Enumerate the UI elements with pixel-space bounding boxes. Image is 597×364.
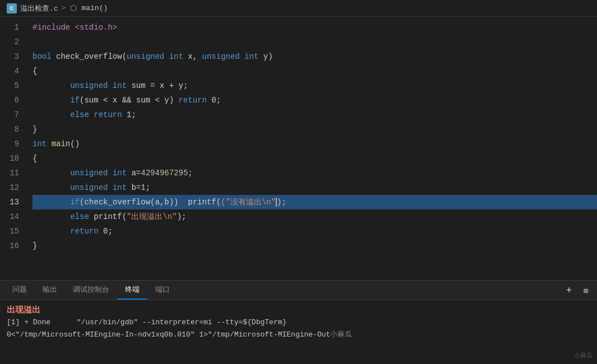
token: 0;	[207, 93, 221, 108]
code-line-10: {	[33, 151, 597, 166]
token: ;	[146, 180, 150, 195]
token: a=	[127, 166, 141, 180]
token	[33, 180, 70, 195]
token: y)	[258, 49, 272, 64]
watermark-inline: 小麻瓜	[330, 329, 352, 339]
token: (sum < x && sum < y)	[80, 93, 178, 108]
breadcrumb-func[interactable]: main()	[81, 4, 108, 12]
code-line-3: bool check_overflow(unsigned int x, unsi…	[33, 49, 597, 64]
editor-area: 1 2 3 4 5 6 7 8 9 10 11 12 13 14 15 16 #…	[0, 17, 597, 280]
code-line-2	[33, 35, 597, 49]
token: int	[113, 166, 127, 180]
line-num-3: 3	[0, 49, 28, 64]
new-terminal-button[interactable]: +	[562, 284, 576, 297]
code-line-11: unsigned int a=4294967295;	[33, 166, 597, 180]
token: unsigned	[70, 166, 108, 180]
tab-terminal[interactable]: 终端	[117, 280, 147, 300]
token: #include <stdio.h>	[33, 20, 117, 35]
token	[33, 166, 70, 180]
code-line-15: return 0;	[33, 224, 597, 239]
token	[89, 108, 94, 122]
token: int	[113, 78, 127, 93]
terminal-output-text: [1] + Done "/usr/bin/gdb" --interpreter=…	[7, 318, 286, 326]
token	[33, 93, 70, 108]
watermark: 小麻瓜	[574, 351, 593, 360]
token	[33, 108, 70, 122]
line-num-15: 15	[0, 224, 28, 239]
terminal-line-3: 0<"/tmp/Microsoft-MIEngine-In-ndv1xq0b.0…	[7, 328, 590, 340]
token	[164, 49, 169, 64]
token: if	[70, 93, 80, 108]
token: "出现溢出\n"	[127, 209, 177, 224]
breadcrumb-sep1: >	[62, 4, 66, 12]
breadcrumb-file[interactable]: 溢出检查.c	[20, 3, 58, 13]
panel-tabs: 问题 输出 调试控制台 终端 端口 + ⊞	[0, 281, 597, 300]
code-line-16: }	[33, 239, 597, 253]
code-line-5: unsigned int sum = x + y;	[33, 78, 597, 93]
line-num-8: 8	[0, 122, 28, 137]
code-line-8: }	[33, 122, 597, 137]
token: return	[178, 93, 206, 108]
line-num-14: 14	[0, 209, 28, 224]
token: );	[277, 195, 286, 209]
token: {	[33, 64, 37, 78]
token: unsigned	[70, 78, 108, 93]
line-num-4: 4	[0, 64, 28, 78]
line-num-1: 1	[0, 20, 28, 35]
line-num-13: 13	[0, 195, 28, 209]
token: 1;	[122, 108, 136, 122]
line-num-9: 9	[0, 137, 28, 151]
code-content[interactable]: #include <stdio.h> bool check_overflow(u…	[28, 17, 597, 280]
token: }	[33, 122, 37, 137]
token: unsigned	[70, 180, 108, 195]
token: 1	[141, 180, 145, 195]
token: int	[244, 49, 258, 64]
token: {	[33, 151, 37, 166]
token: return	[94, 108, 122, 122]
token	[108, 180, 112, 195]
line-num-6: 6	[0, 93, 28, 108]
token: else	[70, 209, 89, 224]
token: x,	[183, 49, 202, 64]
func-type-icon: ⬡	[69, 4, 78, 13]
tab-ports[interactable]: 端口	[147, 280, 178, 300]
token: ("没有溢出\n"	[221, 195, 276, 209]
split-terminal-button[interactable]: ⊞	[579, 284, 593, 297]
token: unsigned	[127, 49, 164, 64]
code-line-9: int main()	[33, 137, 597, 151]
code-line-1: #include <stdio.h>	[33, 20, 597, 35]
code-line-14: else printf("出现溢出\n");	[33, 209, 597, 224]
line-num-12: 12	[0, 180, 28, 195]
token: main	[52, 137, 71, 151]
token: check_overflow(	[52, 49, 127, 64]
line-num-5: 5	[0, 78, 28, 93]
terminal-line-2: [1] + Done "/usr/bin/gdb" --interpreter=…	[7, 316, 590, 328]
terminal-output-text: 0<"/tmp/Microsoft-MIEngine-In-ndv1xq0b.0…	[7, 330, 330, 339]
token: if	[70, 195, 80, 209]
token	[108, 78, 112, 93]
panel-area: 问题 输出 调试控制台 终端 端口 + ⊞ 出现溢出 [1] + Done "/…	[0, 280, 597, 364]
line-num-16: 16	[0, 239, 28, 253]
code-line-7: else return 1;	[33, 108, 597, 122]
token	[33, 209, 70, 224]
token: b=	[127, 180, 141, 195]
token	[108, 166, 112, 180]
token: int	[113, 180, 127, 195]
token: bool	[33, 49, 52, 64]
token: (check_overflow(a,b)) printf(	[80, 195, 221, 209]
code-line-12: unsigned int b=1;	[33, 180, 597, 195]
token: unsigned	[202, 49, 239, 64]
token	[47, 137, 51, 151]
line-numbers: 1 2 3 4 5 6 7 8 9 10 11 12 13 14 15 16	[0, 17, 28, 280]
tab-output[interactable]: 输出	[35, 280, 65, 300]
tab-problems[interactable]: 问题	[4, 280, 35, 300]
token: printf(	[89, 209, 127, 224]
terminal-content[interactable]: 出现溢出 [1] + Done "/usr/bin/gdb" --interpr…	[0, 300, 597, 364]
code-line-13: if(check_overflow(a,b)) printf(("没有溢出\n"…	[33, 195, 597, 209]
tab-debug-console[interactable]: 调试控制台	[65, 280, 117, 300]
line-num-7: 7	[0, 108, 28, 122]
terminal-line-1: 出现溢出	[7, 304, 590, 316]
code-line-4: {	[33, 64, 597, 78]
token: int	[33, 137, 47, 151]
token: 4294967295	[141, 166, 188, 180]
